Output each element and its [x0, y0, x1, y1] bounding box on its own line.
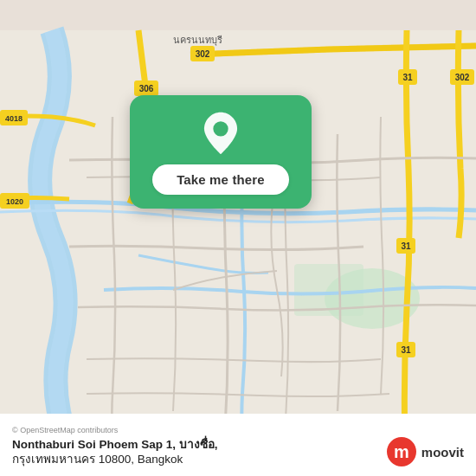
map-container: 302 306 31 31 31 302 4018 1020 นครนนทบุร…	[0, 0, 476, 476]
take-me-there-button[interactable]: Take me there	[152, 164, 289, 195]
location-pin-icon	[198, 111, 243, 156]
svg-text:4018: 4018	[5, 114, 23, 123]
svg-text:1020: 1020	[6, 197, 23, 206]
svg-point-21	[213, 121, 228, 136]
svg-text:306: 306	[139, 84, 154, 93]
svg-text:31: 31	[402, 73, 413, 82]
moovit-icon: m	[386, 436, 417, 467]
svg-text:31: 31	[401, 345, 411, 355]
map-svg: 302 306 31 31 31 302 4018 1020 นครนนทบุร…	[0, 0, 476, 476]
svg-text:m: m	[394, 442, 409, 461]
svg-text:31: 31	[401, 241, 411, 251]
osm-credit: © OpenStreetMap contributors	[12, 426, 377, 434]
moovit-text: moovit	[421, 446, 464, 459]
popup-card: Take me there	[130, 95, 312, 209]
svg-text:302: 302	[455, 73, 470, 82]
address-line2: กรุงเทพมหานคร 10800, Bangkok	[12, 452, 377, 467]
moovit-logo: m moovit	[386, 436, 464, 467]
svg-text:นครนนทบุรี: นครนนทบุรี	[173, 35, 222, 46]
svg-text:302: 302	[196, 49, 210, 59]
address-block: © OpenStreetMap contributors Nonthaburi …	[12, 426, 377, 467]
bottom-bar: © OpenStreetMap contributors Nonthaburi …	[0, 414, 476, 476]
address-line1: Nonthaburi Soi Phoem Sap 1, บางซื่อ,	[12, 437, 377, 453]
